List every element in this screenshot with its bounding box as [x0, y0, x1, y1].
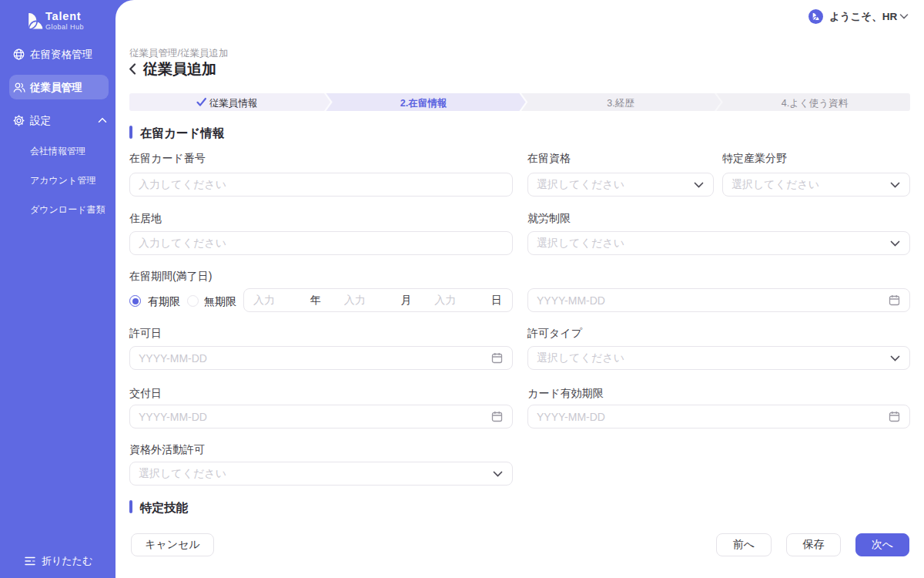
svg-text:従業員情報: 従業員情報 — [209, 98, 258, 109]
svg-text:2.在留情報: 2.在留情報 — [400, 98, 447, 109]
svg-text:4.よく使う資料: 4.よく使う資料 — [782, 98, 849, 109]
svg-text:3.経歴: 3.経歴 — [607, 98, 634, 109]
